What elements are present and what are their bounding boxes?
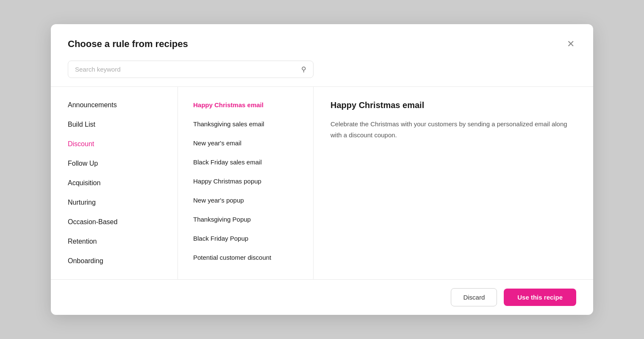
recipes-column: Happy Christmas email Thanksgiving sales… <box>178 87 314 279</box>
search-area: ⚲ <box>51 61 593 86</box>
sidebar-item-nurturing[interactable]: Nurturing <box>51 193 178 212</box>
sidebar-item-build-list[interactable]: Build List <box>51 115 178 134</box>
close-button[interactable]: ✕ <box>565 38 576 50</box>
close-icon: ✕ <box>567 39 575 49</box>
modal-footer: Discard Use this recipe <box>51 279 593 315</box>
recipe-item-potential-customer-discount[interactable]: Potential customer discount <box>178 248 313 267</box>
search-input[interactable] <box>75 66 298 73</box>
content-area: Announcements Build List Discount Follow… <box>51 86 593 279</box>
categories-column: Announcements Build List Discount Follow… <box>51 87 178 279</box>
discard-button[interactable]: Discard <box>451 288 497 306</box>
sidebar-item-retention[interactable]: Retention <box>51 232 178 251</box>
modal-header: Choose a rule from recipes ✕ <box>51 24 593 61</box>
recipe-item-thanksgiving-sales-email[interactable]: Thanksgiving sales email <box>178 114 313 133</box>
sidebar-item-onboarding[interactable]: Onboarding <box>51 251 178 271</box>
detail-column: Happy Christmas email Celebrate the Chri… <box>314 87 593 279</box>
sidebar-item-follow-up[interactable]: Follow Up <box>51 154 178 173</box>
recipe-item-black-friday-sales-email[interactable]: Black Friday sales email <box>178 153 313 172</box>
sidebar-item-discount[interactable]: Discount <box>51 134 178 154</box>
search-icon: ⚲ <box>301 65 306 73</box>
detail-title: Happy Christmas email <box>330 100 576 110</box>
recipe-item-thanksgiving-popup[interactable]: Thanksgiving Popup <box>178 210 313 229</box>
recipe-item-happy-christmas-popup[interactable]: Happy Christmas popup <box>178 172 313 191</box>
modal-container: Choose a rule from recipes ✕ ⚲ Announcem… <box>51 24 593 315</box>
search-box: ⚲ <box>68 61 314 78</box>
sidebar-item-occasion-based[interactable]: Occasion-Based <box>51 212 178 232</box>
modal-title: Choose a rule from recipes <box>68 39 188 50</box>
modal-overlay: Choose a rule from recipes ✕ ⚲ Announcem… <box>0 0 644 339</box>
recipe-item-new-years-email[interactable]: New year's email <box>178 133 313 153</box>
recipe-item-black-friday-popup[interactable]: Black Friday Popup <box>178 229 313 248</box>
sidebar-item-announcements[interactable]: Announcements <box>51 95 178 115</box>
use-recipe-button[interactable]: Use this recipe <box>504 289 576 306</box>
recipe-item-happy-christmas-email[interactable]: Happy Christmas email <box>178 95 313 114</box>
sidebar-item-acquisition[interactable]: Acquisition <box>51 173 178 193</box>
recipe-item-new-years-popup[interactable]: New year's popup <box>178 191 313 210</box>
detail-description: Celebrate the Christmas with your custom… <box>330 119 576 140</box>
